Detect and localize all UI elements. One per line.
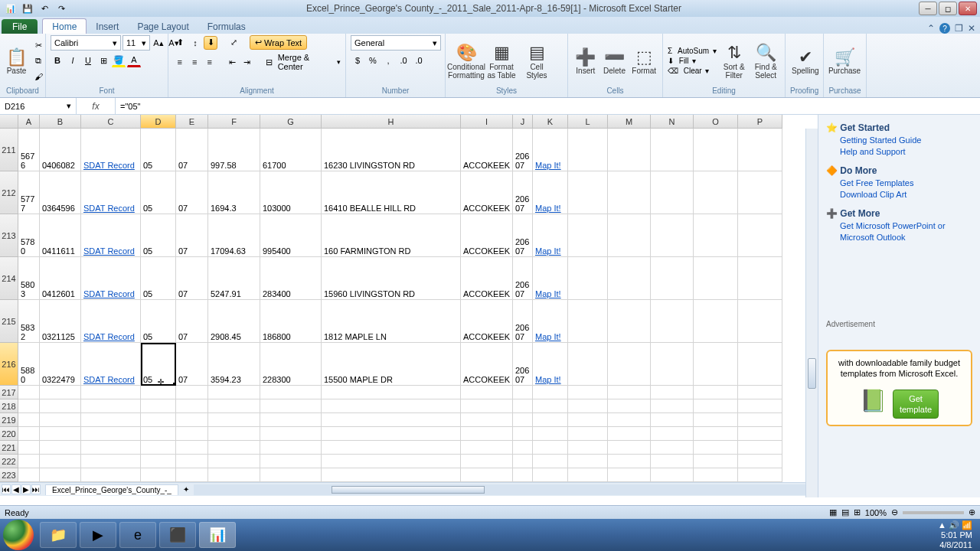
- cell[interactable]: [461, 427, 513, 441]
- cell[interactable]: [533, 441, 568, 455]
- row-header[interactable]: 211: [0, 129, 18, 171]
- cell[interactable]: [568, 386, 608, 399]
- cell[interactable]: [18, 413, 40, 427]
- cell[interactable]: 186800: [260, 300, 322, 343]
- col-header-O[interactable]: O: [694, 115, 738, 129]
- format-as-table-button[interactable]: ▦Format as Table: [485, 41, 518, 81]
- number-format-combo[interactable]: General▾: [351, 35, 441, 51]
- cell[interactable]: [260, 413, 322, 427]
- sort-filter-button[interactable]: ⇅Sort & Filter: [720, 41, 749, 81]
- cell[interactable]: [738, 441, 782, 455]
- cell[interactable]: [40, 441, 81, 455]
- cell[interactable]: [694, 257, 738, 300]
- undo-icon[interactable]: ↶: [37, 2, 52, 15]
- zoom-in-icon[interactable]: ⊕: [969, 507, 975, 517]
- next-sheet-icon[interactable]: ▶: [21, 484, 31, 494]
- cell[interactable]: [738, 257, 782, 300]
- col-header-L[interactable]: L: [568, 115, 608, 129]
- col-header-G[interactable]: G: [260, 115, 322, 129]
- cell[interactable]: [651, 399, 694, 413]
- cell[interactable]: [608, 343, 651, 386]
- cell[interactable]: [651, 441, 694, 455]
- cell[interactable]: ACCOKEEK: [461, 300, 513, 343]
- cell[interactable]: 103000: [260, 171, 322, 214]
- sdat-record-link[interactable]: SDAT Record: [83, 204, 135, 213]
- orientation-icon[interactable]: ⤢: [227, 36, 240, 50]
- close-workbook-icon[interactable]: ✕: [968, 23, 975, 34]
- cell[interactable]: ACCOKEEK: [461, 343, 513, 386]
- cell[interactable]: 995400: [260, 214, 322, 257]
- cell[interactable]: [141, 413, 176, 427]
- cell[interactable]: [208, 455, 260, 468]
- cell[interactable]: [260, 468, 322, 482]
- cell[interactable]: [513, 399, 533, 413]
- cell[interactable]: 283400: [260, 257, 322, 300]
- cell[interactable]: 0406082: [40, 129, 81, 171]
- cell[interactable]: [260, 399, 322, 413]
- decrease-decimal-icon[interactable]: .0: [412, 54, 426, 67]
- sheet-tab[interactable]: Excel_Prince_George's_County_-_: [45, 484, 178, 495]
- cell[interactable]: [608, 455, 651, 468]
- minimize-ribbon-icon[interactable]: ⌃: [927, 23, 935, 34]
- taskbar-media-icon[interactable]: ▶: [80, 522, 116, 548]
- clear-button[interactable]: ⌫ Clear ▾: [668, 67, 717, 75]
- cell[interactable]: 5247.91: [208, 257, 260, 300]
- cell[interactable]: 997.58: [208, 129, 260, 171]
- row-header[interactable]: 223: [0, 468, 18, 482]
- cell[interactable]: [18, 427, 40, 441]
- align-center-icon[interactable]: ≡: [188, 55, 202, 69]
- cell[interactable]: 05: [141, 214, 176, 257]
- cell[interactable]: [322, 427, 461, 441]
- cell[interactable]: [461, 441, 513, 455]
- cell[interactable]: 228300: [260, 343, 322, 386]
- col-header-K[interactable]: K: [533, 115, 568, 129]
- paste-button[interactable]: 📋Paste: [5, 45, 28, 77]
- cell[interactable]: [40, 399, 81, 413]
- help-icon[interactable]: ?: [939, 23, 950, 34]
- cell[interactable]: [568, 214, 608, 257]
- fx-icon[interactable]: fx: [92, 101, 99, 112]
- cell[interactable]: [694, 171, 738, 214]
- cell[interactable]: [608, 214, 651, 257]
- cell[interactable]: [18, 386, 40, 399]
- redo-icon[interactable]: ↷: [54, 2, 69, 15]
- getting-started-link[interactable]: Getting Started Guide: [840, 135, 972, 146]
- cell[interactable]: [176, 468, 208, 482]
- cell[interactable]: [568, 257, 608, 300]
- italic-button[interactable]: I: [66, 54, 80, 67]
- cell[interactable]: [608, 257, 651, 300]
- row-header[interactable]: 221: [0, 441, 18, 455]
- format-painter-icon[interactable]: 🖌: [31, 70, 45, 83]
- cell[interactable]: [608, 300, 651, 343]
- cell[interactable]: [322, 455, 461, 468]
- cell[interactable]: 61700: [260, 129, 322, 171]
- cell[interactable]: [694, 455, 738, 468]
- cell[interactable]: 07: [176, 343, 208, 386]
- cell[interactable]: [568, 129, 608, 171]
- cell[interactable]: [208, 399, 260, 413]
- row-header[interactable]: 212: [0, 171, 18, 214]
- row-header[interactable]: 216: [0, 343, 18, 386]
- cell[interactable]: 16410 BEALLE HILL RD: [322, 171, 461, 214]
- cell[interactable]: 0322479: [40, 343, 81, 386]
- cell[interactable]: [40, 455, 81, 468]
- file-tab[interactable]: File: [2, 19, 38, 34]
- cell[interactable]: [81, 455, 141, 468]
- row-header[interactable]: 222: [0, 455, 18, 468]
- cell[interactable]: [608, 129, 651, 171]
- cell[interactable]: 07: [176, 300, 208, 343]
- cell[interactable]: 3594.23: [208, 343, 260, 386]
- cell[interactable]: 206 07: [513, 300, 533, 343]
- start-button[interactable]: [3, 520, 34, 550]
- help-support-link[interactable]: Help and Support: [840, 146, 972, 158]
- col-header-C[interactable]: C: [81, 115, 141, 129]
- cell[interactable]: [651, 300, 694, 343]
- col-header-P[interactable]: P: [738, 115, 782, 129]
- cell[interactable]: [260, 427, 322, 441]
- cell[interactable]: [176, 441, 208, 455]
- cell[interactable]: [40, 468, 81, 482]
- cell[interactable]: [461, 413, 513, 427]
- cell[interactable]: 05: [141, 171, 176, 214]
- cell[interactable]: 1812 MAPLE LN: [322, 300, 461, 343]
- cell[interactable]: [738, 300, 782, 343]
